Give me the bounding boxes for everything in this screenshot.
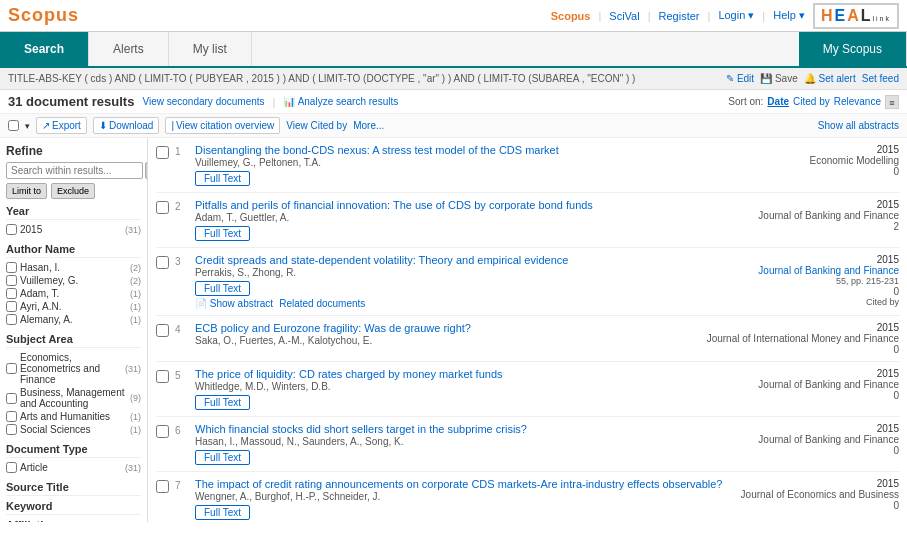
author-vuillemey-label[interactable]: Vuillemey, G.	[20, 275, 127, 286]
sidebar-keyword-section[interactable]: Keyword	[6, 500, 141, 515]
set-feed-button[interactable]: Set feed	[862, 73, 899, 84]
result-row: 3 Credit spreads and state-dependent vol…	[156, 254, 899, 309]
exclude-button[interactable]: Exclude	[51, 183, 95, 199]
result-journal[interactable]: Journal of Banking and Finance	[758, 434, 899, 445]
analyze-results-link[interactable]: 📊 Analyze search results	[283, 96, 398, 107]
view-secondary-link[interactable]: View secondary documents	[142, 96, 264, 107]
result-item: 7 The impact of credit rating announceme…	[156, 472, 899, 522]
filter-author-adam: Adam, T. (1)	[6, 288, 141, 299]
doctype-article-label[interactable]: Article	[20, 462, 122, 473]
tab-search[interactable]: Search	[0, 32, 89, 66]
nav-help[interactable]: Help ▾	[773, 9, 805, 22]
sort-cited-by[interactable]: Cited by	[793, 96, 830, 107]
related-documents-link[interactable]: Related documents	[279, 298, 365, 309]
result-checkbox-7[interactable]	[156, 480, 169, 493]
checkbox-author-ayri[interactable]	[6, 301, 17, 312]
result-checkbox-3[interactable]	[156, 256, 169, 269]
result-journal[interactable]: Journal of Banking and Finance	[758, 210, 899, 221]
result-number: 6	[175, 425, 189, 436]
tab-my-scopus[interactable]: My Scopus	[799, 32, 907, 66]
author-ayri-label[interactable]: Ayri, A.N.	[20, 301, 127, 312]
nav-scival[interactable]: SciVal	[609, 10, 639, 22]
result-journal[interactable]: Economic Modelling	[810, 155, 900, 166]
journal-vol: 55, pp. 215-231	[836, 276, 899, 286]
show-all-abstracts[interactable]: Show all abstracts	[818, 120, 899, 131]
checkbox-author-adam[interactable]	[6, 288, 17, 299]
subject-business-label[interactable]: Business, Management and Accounting	[20, 387, 127, 409]
author-adam-label[interactable]: Adam, T.	[20, 288, 127, 299]
checkbox-author-alemany[interactable]	[6, 314, 17, 325]
checkbox-subject-social[interactable]	[6, 424, 17, 435]
full-text-button[interactable]: Full Text	[195, 281, 250, 296]
result-checkbox-2[interactable]	[156, 201, 169, 214]
sidebar-affiliation-section[interactable]: Affiliation	[6, 519, 141, 522]
sidebar-source-title-section[interactable]: Source Title	[6, 481, 141, 496]
tab-my-list[interactable]: My list	[169, 32, 252, 66]
result-checkbox-1[interactable]	[156, 146, 169, 159]
sort-date[interactable]: Date	[767, 96, 789, 107]
result-checkbox-5[interactable]	[156, 370, 169, 383]
view-cited-by-link[interactable]: View Cited by	[286, 120, 347, 131]
subject-social-label[interactable]: Social Sciences	[20, 424, 127, 435]
result-item: 6 Which financial stocks did short selle…	[156, 417, 899, 472]
subject-arts-label[interactable]: Arts and Humanities	[20, 411, 127, 422]
nav-links: Scopus | SciVal | Register | Login ▾ | H…	[551, 3, 899, 29]
export-button[interactable]: ↗ Export	[36, 117, 87, 134]
result-row: 1 Disentangling the bond-CDS nexus: A st…	[156, 144, 899, 186]
select-all-checkbox[interactable]	[8, 120, 19, 131]
result-title-link[interactable]: Pitfalls and perils of financial innovat…	[195, 199, 593, 211]
set-alert-button[interactable]: 🔔 Set alert	[804, 73, 856, 84]
full-text-button[interactable]: Full Text	[195, 450, 250, 465]
checkbox-author-vuillemey[interactable]	[6, 275, 17, 286]
full-text-button[interactable]: Full Text	[195, 505, 250, 520]
result-title-link[interactable]: The price of liquidity: CD rates charged…	[195, 368, 503, 380]
edit-query-button[interactable]: ✎ Edit	[726, 73, 754, 84]
sidebar-doctype-title: Document Type	[6, 443, 141, 458]
view-citation-button[interactable]: | View citation overview	[165, 117, 280, 134]
author-hasan-label[interactable]: Hasan, I.	[20, 262, 127, 273]
result-right-col: 2015 Journal of Banking and Finance 0	[758, 423, 899, 456]
result-title-link[interactable]: The impact of credit rating announcement…	[195, 478, 722, 490]
author-alemany-label[interactable]: Alemany, A.	[20, 314, 127, 325]
full-text-button[interactable]: Full Text	[195, 226, 250, 241]
search-within-input[interactable]	[6, 162, 143, 179]
checkbox-subject-arts[interactable]	[6, 411, 17, 422]
save-query-button[interactable]: 💾 Save	[760, 73, 798, 84]
download-button[interactable]: ⬇ Download	[93, 117, 159, 134]
nav-login[interactable]: Login ▾	[718, 9, 754, 22]
year-2015-label[interactable]: 2015	[20, 224, 122, 235]
limit-to-button[interactable]: Limit to	[6, 183, 47, 199]
result-title-link[interactable]: Which financial stocks did short sellers…	[195, 423, 527, 435]
filter-year-2015: 2015 (31)	[6, 224, 141, 235]
nav-scopus[interactable]: Scopus	[551, 10, 591, 22]
full-text-button[interactable]: Full Text	[195, 395, 250, 410]
checkbox-author-hasan[interactable]	[6, 262, 17, 273]
result-right-col: 2015 Journal of Banking and Finance 55, …	[758, 254, 899, 307]
result-authors: Perrakis, S., Zhong, R.	[195, 267, 752, 278]
result-journal[interactable]: Journal of International Money and Finan…	[707, 333, 899, 344]
result-title-link[interactable]: Credit spreads and state-dependent volat…	[195, 254, 568, 266]
toolbar-dropdown-icon[interactable]: ▾	[25, 121, 30, 131]
result-journal[interactable]: Journal of Economics and Business	[741, 489, 899, 500]
result-checkbox-4[interactable]	[156, 324, 169, 337]
full-text-button[interactable]: Full Text	[195, 171, 250, 186]
checkbox-subject-econ[interactable]	[6, 363, 17, 374]
result-title-link[interactable]: ECB policy and Eurozone fragility: Was d…	[195, 322, 471, 334]
result-item: 4 ECB policy and Eurozone fragility: Was…	[156, 316, 899, 362]
result-row: 5 The price of liquidity: CD rates charg…	[156, 368, 899, 410]
subject-econ-label[interactable]: Economics, Econometrics and Finance	[20, 352, 122, 385]
checkbox-doctype-article[interactable]	[6, 462, 17, 473]
checkbox-year-2015[interactable]	[6, 224, 17, 235]
checkbox-subject-business[interactable]	[6, 393, 17, 404]
tab-alerts[interactable]: Alerts	[89, 32, 169, 66]
nav-register[interactable]: Register	[659, 10, 700, 22]
result-journal[interactable]: Journal of Banking and Finance	[758, 265, 899, 276]
search-within-container: 🔍	[6, 162, 141, 179]
result-checkbox-6[interactable]	[156, 425, 169, 438]
sort-relevance[interactable]: Relevance	[834, 96, 881, 107]
show-abstract-link[interactable]: 📄 Show abstract	[195, 298, 273, 309]
more-link[interactable]: More...	[353, 120, 384, 131]
result-title-link[interactable]: Disentangling the bond-CDS nexus: A stre…	[195, 144, 559, 156]
result-journal[interactable]: Journal of Banking and Finance	[758, 379, 899, 390]
top-navigation: Scopus Scopus | SciVal | Register | Logi…	[0, 0, 907, 32]
